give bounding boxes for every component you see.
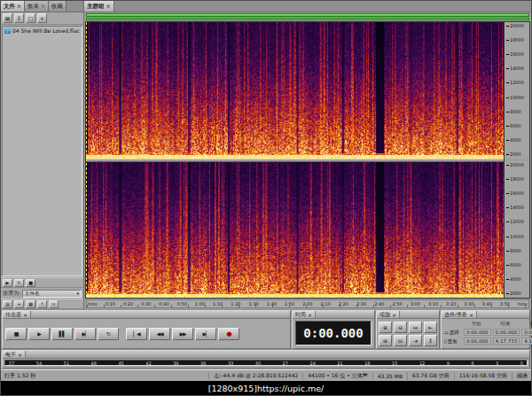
preview-loop-button[interactable]: ↻	[14, 279, 24, 287]
zoom-full-button[interactable]: ↔	[409, 322, 422, 333]
zoom-selection-button[interactable]: ⇤	[424, 322, 437, 333]
level-scale-label: 51	[64, 361, 69, 366]
transport-panel-tab[interactable]: 传送器 ×	[3, 311, 31, 318]
level-meter[interactable]: 575451484542393633302724211815129630	[4, 360, 528, 366]
close-icon[interactable]: ×	[308, 312, 312, 318]
insert-multitrack-icon[interactable]: +	[14, 300, 24, 308]
close-icon[interactable]: ×	[469, 312, 473, 318]
record-button[interactable]: ●	[218, 328, 239, 340]
tab-files-label: 文件	[4, 3, 15, 11]
audio-file-icon: ♪	[4, 27, 11, 34]
close-file-icon[interactable]: ×	[37, 13, 47, 23]
spectral-display[interactable]	[85, 21, 504, 299]
spectrogram-right-channel[interactable]	[86, 162, 504, 299]
view-end-field[interactable]: 4:17.733	[493, 338, 520, 345]
spectrogram-left-channel[interactable]	[86, 22, 504, 159]
transport-panel-header: 传送器 ×	[3, 311, 290, 319]
go-to-start-button[interactable]: ▏◀	[126, 328, 147, 340]
level-scale-label: 6	[471, 361, 473, 366]
zoom-in-vertical-button[interactable]: ⊞	[379, 335, 392, 346]
open-file-icon[interactable]: ▤	[3, 13, 12, 23]
timeline-ruler[interactable]: hms0:100:200:300:400:501:001:101:201:301…	[86, 299, 529, 308]
preview-play-button[interactable]: ▶	[3, 279, 12, 287]
view-length-field[interactable]: 4:17.733	[521, 338, 532, 345]
left-panel-tabs: 文件 × 效果 × 收藏	[1, 1, 84, 12]
play-looped-button[interactable]: ↻	[98, 328, 119, 340]
new-file-icon[interactable]: □	[26, 13, 35, 23]
zoom-out-button[interactable]: ⊖	[394, 322, 407, 333]
zoom-right-edge-button[interactable]: ⇥	[409, 335, 422, 346]
close-icon[interactable]: ×	[17, 4, 21, 9]
show-file-types-icon[interactable]: ▤	[3, 300, 12, 308]
sort-by-value: 文件名	[25, 291, 40, 297]
file-item[interactable]: ♪ 04 She Will Be Loved.flac	[3, 27, 82, 35]
close-icon[interactable]: ×	[392, 312, 396, 318]
freq-tick-label: 4000	[506, 277, 528, 282]
level-scale-label: 27	[283, 361, 288, 366]
transport-buttons: ■▶▌▌▶▏↻▏◀◀◀▶▶▶▏●	[3, 319, 290, 348]
level-panel-tab[interactable]: 电平 ×	[3, 351, 26, 358]
level-scale-label: 45	[118, 361, 123, 366]
selection-length-field[interactable]: 0:00.000	[521, 329, 532, 336]
time-tick-label: 2:10	[320, 300, 330, 308]
close-icon[interactable]: ×	[106, 4, 111, 9]
time-tick-label: 1:40	[267, 300, 277, 308]
time-tick-label: 0:40	[159, 300, 168, 308]
remove-file-icon[interactable]: ×	[49, 300, 59, 308]
frequency-ruler[interactable]: 2000018000160001400012000100008000600040…	[504, 21, 530, 299]
selection-begin-field[interactable]: 0:00.000	[464, 329, 491, 336]
rewind-button[interactable]: ◀◀	[149, 328, 170, 340]
play-button[interactable]: ▶	[28, 328, 50, 340]
close-icon[interactable]: ×	[23, 312, 27, 318]
zoom-out-vertical-button[interactable]: ⊟	[394, 335, 407, 346]
zoom-vertical-button[interactable]: ↕	[424, 335, 437, 346]
spectral-view: 2000018000160001400012000100008000600040…	[85, 21, 530, 299]
time-tick-label: 0:30	[141, 300, 151, 308]
level-scale-label: 3	[496, 361, 498, 366]
time-tick-label: 2:50	[392, 300, 402, 308]
time-tick-label: hms	[88, 300, 98, 308]
tab-effects[interactable]: 效果 ×	[25, 1, 49, 12]
col-end-label: 结束	[491, 321, 520, 327]
horizontal-range-bar[interactable]	[86, 13, 529, 17]
full-paths-icon[interactable]: ▦	[26, 300, 35, 308]
selection-view-panel: 选择/查看 × 开始 结束 长度 ▭ 选择 0:00.000 0:00.000	[441, 310, 530, 349]
level-scale-label: 21	[337, 361, 342, 366]
stop-button[interactable]: ■	[5, 328, 27, 340]
horizontal-range-bar-2[interactable]	[86, 18, 529, 20]
playhead-cursor[interactable]	[86, 22, 87, 298]
time-tick-label: 0:50	[177, 300, 187, 308]
selection-row-label: ▭ 选择	[444, 330, 462, 336]
time-panel-tab[interactable]: 时间 ×	[293, 311, 316, 318]
time-tick-label: 3:30	[464, 300, 473, 308]
selection-end-field[interactable]: 0:00.000	[493, 329, 520, 336]
tab-favorites[interactable]: 收藏	[49, 1, 66, 12]
level-scale-label: 54	[36, 361, 42, 366]
tab-files[interactable]: 文件 ×	[1, 1, 25, 12]
tab-main-group[interactable]: 主群组 ×	[84, 1, 114, 12]
selection-panel-tab[interactable]: 选择/查看 ×	[442, 311, 477, 318]
view-begin-field[interactable]: 0:00.000	[464, 338, 491, 345]
import-file-icon[interactable]: ↧	[14, 13, 24, 23]
zoom-in-button[interactable]: ⊕	[379, 322, 392, 333]
col-begin-label: 开始	[462, 321, 491, 327]
level-scale-label: 36	[200, 361, 206, 366]
bottom-panels: 传送器 × ■▶▌▌▶▏↻▏◀◀◀▶▶▶▏● 时间 × 0:00.000 缩放 …	[1, 309, 531, 350]
preview-stop-button[interactable]: ■	[26, 279, 35, 287]
close-icon[interactable]: ×	[41, 4, 45, 9]
play-from-cursor-button[interactable]: ▶▏	[74, 328, 96, 340]
go-to-end-button[interactable]: ▶▏	[195, 328, 216, 340]
transport-title: 传送器	[5, 311, 21, 319]
sort-by-select[interactable]: 文件名 ▾	[22, 290, 82, 298]
close-icon[interactable]: ×	[18, 352, 22, 358]
pause-button[interactable]: ▌▌	[51, 328, 73, 340]
zoom-buttons: ⊕⊖↔⇤⊞⊟⇥↕	[377, 319, 439, 348]
fast-forward-button[interactable]: ▶▶	[172, 328, 193, 340]
zoom-panel-tab[interactable]: 缩放 ×	[377, 311, 400, 318]
sort-by-label: 排序为:	[3, 290, 20, 298]
selection-panel-header: 选择/查看 ×	[442, 311, 529, 319]
freq-tick-label: 2000	[506, 152, 528, 157]
status-text: 频播	[512, 372, 528, 380]
move-up-icon[interactable]: ↑	[37, 300, 47, 308]
time-tick-label: 1:20	[231, 300, 240, 308]
